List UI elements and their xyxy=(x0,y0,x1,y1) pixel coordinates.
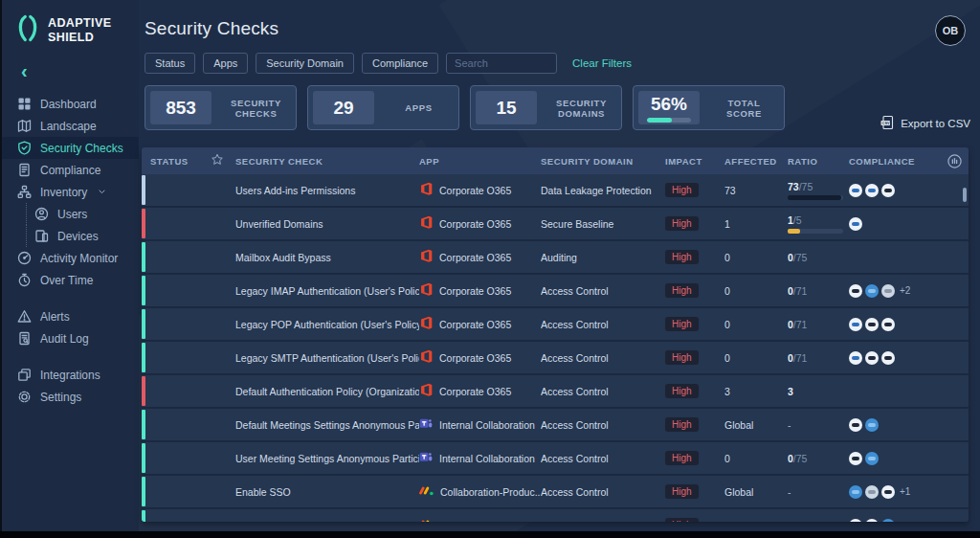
table-row[interactable]: Enable SSOCollaboration-Produc...Access … xyxy=(142,476,969,509)
security-check-name: Default Meetings Settings Anonymous Part… xyxy=(235,419,419,431)
table-row[interactable]: Users Add-ins PermissionsCorporate O365D… xyxy=(142,174,969,208)
ratio-denominator: /75 xyxy=(793,252,808,263)
sidebar-collapse-button[interactable]: ‹ xyxy=(0,46,33,80)
clear-filters-link[interactable]: Clear Filters xyxy=(572,57,632,69)
column-header-app[interactable]: APP xyxy=(419,156,541,167)
card-value: 56% xyxy=(638,91,700,124)
ratio-text: 0/10 xyxy=(788,520,807,523)
teams-app-icon xyxy=(419,416,434,433)
search-input[interactable] xyxy=(446,53,557,74)
table-scrollbar[interactable] xyxy=(963,188,967,202)
column-header-compliance[interactable]: COMPLIANCE xyxy=(849,156,940,167)
ratio-text: - xyxy=(788,486,791,498)
table-row[interactable]: Legacy IMAP Authentication (User's Polic… xyxy=(142,275,969,308)
app-name: Corporate O365 xyxy=(439,218,511,230)
table-row[interactable]: Default Meetings Settings Anonymous Part… xyxy=(142,409,969,442)
compliance-badge xyxy=(865,418,879,432)
column-header-affected[interactable]: AFFECTED xyxy=(724,156,788,167)
sidebar-item-label: Over Time xyxy=(40,274,93,287)
compliance-more-count: +1 xyxy=(900,486,910,497)
security-check-name: Legacy IMAP Authentication (User's Polic… xyxy=(235,285,419,297)
table-body: Users Add-ins PermissionsCorporate O365D… xyxy=(142,174,969,522)
status-indicator xyxy=(142,242,145,272)
ratio-text: 73/75 xyxy=(788,181,813,192)
device-icon xyxy=(34,229,49,243)
column-header-security-domain[interactable]: SECURITY DOMAIN xyxy=(541,156,665,167)
app-cell: Corporate O365 xyxy=(419,182,541,198)
monday-app-icon xyxy=(419,483,434,500)
impact-badge: High xyxy=(665,350,699,365)
sidebar-item-settings[interactable]: Settings xyxy=(0,386,139,408)
ratio-numerator: 73 xyxy=(788,181,799,192)
export-csv-button[interactable]: CSV Export to CSV xyxy=(880,115,970,132)
security-domain: Secure Baseline xyxy=(541,218,665,230)
filter-chip-apps[interactable]: Apps xyxy=(203,53,248,74)
status-indicator xyxy=(142,443,145,473)
impact-cell: High xyxy=(665,350,724,365)
column-header-ratio[interactable]: RATIO xyxy=(788,156,849,167)
user-avatar[interactable]: OB xyxy=(935,15,966,46)
table-row[interactable]: Default Authentication Policy (Organizat… xyxy=(142,375,969,409)
export-csv-label: Export to CSV xyxy=(901,118,970,129)
sidebar-item-label: Dashboard xyxy=(40,98,97,111)
sidebar-item-dashboard[interactable]: Dashboard xyxy=(0,93,139,115)
app-cell: Collaboration-Produc... xyxy=(419,517,541,522)
compliance-cell xyxy=(849,452,940,465)
sidebar-item-audit-log[interactable]: Audit Log xyxy=(0,327,139,349)
score-progress-bar xyxy=(647,118,691,123)
compliance-badge xyxy=(849,184,862,197)
compliance-badge xyxy=(849,485,862,499)
shield-logo-icon xyxy=(16,14,39,46)
o365-app-icon xyxy=(419,349,434,366)
table-row[interactable]: Legacy SMTP Authentication (User's Polic… xyxy=(142,342,969,375)
app-cell: Corporate O365 xyxy=(419,316,541,332)
o365-app-icon xyxy=(419,249,434,265)
ratio-cell: 1/5 xyxy=(788,214,849,234)
ratio-denominator: /75 xyxy=(799,181,813,192)
filter-chip-status[interactable]: Status xyxy=(145,53,195,74)
sidebar-item-landscape[interactable]: Landscape xyxy=(0,115,139,137)
o365-app-icon xyxy=(419,215,434,232)
star-icon[interactable] xyxy=(211,153,235,168)
sidebar-item-alerts[interactable]: Alerts xyxy=(0,305,139,327)
filter-chip-compliance[interactable]: Compliance xyxy=(362,53,438,74)
page-title: Security Checks xyxy=(145,18,278,39)
table-row[interactable]: Mailbox Audit BypassCorporate O365Auditi… xyxy=(142,241,969,275)
compliance-cell xyxy=(849,318,940,331)
sidebar-item-devices[interactable]: Devices xyxy=(26,225,139,247)
document-icon xyxy=(17,163,32,177)
filter-chip-security-domain[interactable]: Security Domain xyxy=(256,53,354,74)
card-value: 853 xyxy=(150,91,212,124)
compliance-badge xyxy=(881,318,895,331)
app-name: Internal Collaboration xyxy=(439,453,535,464)
sidebar-item-label: Compliance xyxy=(40,164,100,177)
brand-logo: ADAPTIVESHIELD xyxy=(0,0,139,46)
sidebar-item-security-checks[interactable]: Security Checks xyxy=(0,137,139,159)
affected-value: Global xyxy=(724,486,788,498)
status-indicator xyxy=(142,209,145,238)
impact-badge: High xyxy=(665,216,699,231)
sidebar-item-integrations[interactable]: Integrations xyxy=(0,364,139,386)
sidebar-item-label: Integrations xyxy=(40,369,100,382)
table-row[interactable]: Number Of AdminsCollaboration-Produc...A… xyxy=(142,509,969,522)
app-name: Corporate O365 xyxy=(439,285,511,297)
app-cell: Internal Collaboration xyxy=(419,416,541,433)
sidebar-item-over-time[interactable]: Over Time xyxy=(0,269,139,291)
impact-cell: High xyxy=(665,484,724,499)
impact-cell: High xyxy=(665,518,724,522)
sidebar-item-users[interactable]: Users xyxy=(26,203,139,225)
sidebar-item-compliance[interactable]: Compliance xyxy=(0,159,139,181)
svg-text:CSV: CSV xyxy=(882,121,890,125)
table-row[interactable]: Unverified DomainsCorporate O365Secure B… xyxy=(142,208,969,241)
table-row[interactable]: Legacy POP Authentication (User's Policy… xyxy=(142,308,969,342)
column-header-security-check[interactable]: SECURITY CHECK xyxy=(235,156,419,167)
table-row[interactable]: User Meeting Settings Anonymous Particip… xyxy=(142,442,969,476)
sidebar-item-inventory[interactable]: Inventory xyxy=(0,181,139,203)
sidebar-item-label: Inventory xyxy=(40,186,87,199)
column-header-status[interactable]: STATUS xyxy=(142,156,211,167)
column-settings-icon[interactable] xyxy=(940,153,969,169)
compliance-badge xyxy=(865,284,879,298)
column-header-impact[interactable]: IMPACT xyxy=(665,156,724,167)
sidebar-item-activity-monitor[interactable]: Activity Monitor xyxy=(0,247,139,269)
impact-cell: High xyxy=(665,417,724,432)
